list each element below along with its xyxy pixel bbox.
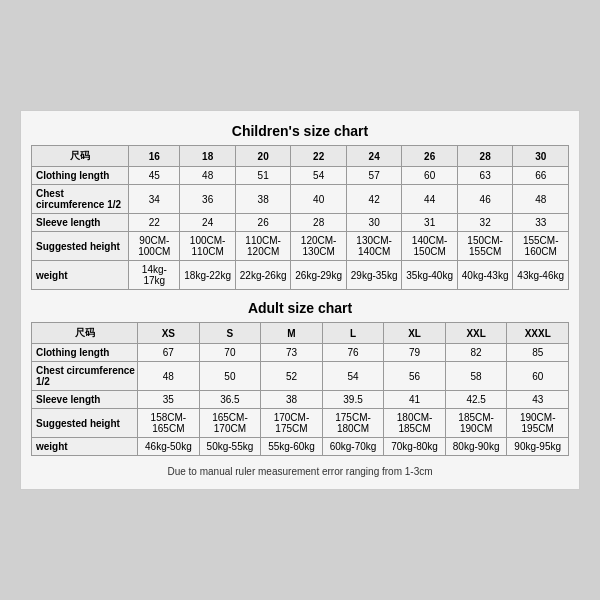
cell-4-0: 14kg-17kg [129, 261, 180, 290]
column-header-0: 尺码 [32, 323, 138, 344]
cell-2-2: 26 [235, 214, 291, 232]
column-header-5: XL [384, 323, 446, 344]
cell-3-3: 175CM-180CM [322, 409, 384, 438]
cell-0-5: 60 [402, 167, 458, 185]
cell-1-2: 52 [261, 362, 323, 391]
table-row: Clothing length4548515457606366 [32, 167, 569, 185]
cell-0-2: 51 [235, 167, 291, 185]
size-chart-card: Children's size chart 尺码1618202224262830… [20, 110, 580, 490]
children-chart-title: Children's size chart [31, 123, 569, 139]
measurement-note: Due to manual ruler measurement error ra… [31, 466, 569, 477]
cell-0-0: 67 [138, 344, 200, 362]
cell-2-5: 31 [402, 214, 458, 232]
adult-size-table: 尺码XSSMLXLXXLXXXL Clothing length67707376… [31, 322, 569, 456]
row-label-1: Chest circumference 1/2 [32, 185, 129, 214]
table-row: Suggested height90CM-100CM100CM-110CM110… [32, 232, 569, 261]
column-header-2: 18 [180, 146, 236, 167]
cell-3-4: 130CM-140CM [346, 232, 402, 261]
cell-0-4: 79 [384, 344, 446, 362]
cell-1-4: 56 [384, 362, 446, 391]
cell-4-1: 18kg-22kg [180, 261, 236, 290]
cell-1-3: 40 [291, 185, 347, 214]
cell-4-6: 90kg-95kg [507, 438, 569, 456]
cell-3-0: 158CM-165CM [138, 409, 200, 438]
cell-3-5: 185CM-190CM [445, 409, 507, 438]
cell-0-2: 73 [261, 344, 323, 362]
row-label-2: Sleeve length [32, 391, 138, 409]
cell-3-3: 120CM-130CM [291, 232, 347, 261]
cell-4-7: 43kg-46kg [513, 261, 569, 290]
row-label-2: Sleeve length [32, 214, 129, 232]
column-header-5: 24 [346, 146, 402, 167]
children-size-table: 尺码1618202224262830 Clothing length454851… [31, 145, 569, 290]
row-label-3: Suggested height [32, 232, 129, 261]
cell-3-4: 180CM-185CM [384, 409, 446, 438]
cell-1-7: 48 [513, 185, 569, 214]
cell-2-0: 35 [138, 391, 200, 409]
table-row: Sleeve length3536.53839.54142.543 [32, 391, 569, 409]
cell-2-3: 28 [291, 214, 347, 232]
table-row: Chest circumference 1/248505254565860 [32, 362, 569, 391]
cell-0-7: 66 [513, 167, 569, 185]
column-header-8: 30 [513, 146, 569, 167]
row-label-4: weight [32, 438, 138, 456]
cell-3-6: 190CM-195CM [507, 409, 569, 438]
column-header-2: S [199, 323, 261, 344]
cell-1-5: 44 [402, 185, 458, 214]
cell-3-1: 100CM-110CM [180, 232, 236, 261]
cell-1-0: 34 [129, 185, 180, 214]
table-row: weight46kg-50kg50kg-55kg55kg-60kg60kg-70… [32, 438, 569, 456]
column-header-7: XXXL [507, 323, 569, 344]
table-row: Suggested height158CM-165CM165CM-170CM17… [32, 409, 569, 438]
cell-1-1: 50 [199, 362, 261, 391]
cell-3-1: 165CM-170CM [199, 409, 261, 438]
cell-1-2: 38 [235, 185, 291, 214]
column-header-4: L [322, 323, 384, 344]
cell-2-0: 22 [129, 214, 180, 232]
cell-3-6: 150CM-155CM [457, 232, 513, 261]
table-row: weight14kg-17kg18kg-22kg22kg-26kg26kg-29… [32, 261, 569, 290]
adult-chart-title: Adult size chart [31, 300, 569, 316]
table-row: Clothing length67707376798285 [32, 344, 569, 362]
cell-2-4: 30 [346, 214, 402, 232]
table-row: Sleeve length2224262830313233 [32, 214, 569, 232]
cell-0-1: 70 [199, 344, 261, 362]
cell-2-3: 39.5 [322, 391, 384, 409]
cell-4-5: 35kg-40kg [402, 261, 458, 290]
row-label-0: Clothing length [32, 167, 129, 185]
cell-2-7: 33 [513, 214, 569, 232]
cell-1-0: 48 [138, 362, 200, 391]
cell-0-0: 45 [129, 167, 180, 185]
table-row: Chest circumference 1/23436384042444648 [32, 185, 569, 214]
column-header-3: M [261, 323, 323, 344]
column-header-0: 尺码 [32, 146, 129, 167]
cell-3-7: 155CM-160CM [513, 232, 569, 261]
column-header-7: 28 [457, 146, 513, 167]
cell-4-3: 60kg-70kg [322, 438, 384, 456]
cell-0-3: 76 [322, 344, 384, 362]
row-label-3: Suggested height [32, 409, 138, 438]
column-header-1: 16 [129, 146, 180, 167]
cell-1-4: 42 [346, 185, 402, 214]
cell-0-3: 54 [291, 167, 347, 185]
cell-4-2: 55kg-60kg [261, 438, 323, 456]
cell-4-4: 70kg-80kg [384, 438, 446, 456]
cell-2-4: 41 [384, 391, 446, 409]
cell-4-5: 80kg-90kg [445, 438, 507, 456]
cell-4-1: 50kg-55kg [199, 438, 261, 456]
cell-0-4: 57 [346, 167, 402, 185]
row-label-1: Chest circumference 1/2 [32, 362, 138, 391]
cell-1-6: 60 [507, 362, 569, 391]
cell-2-6: 43 [507, 391, 569, 409]
column-header-3: 20 [235, 146, 291, 167]
cell-3-2: 110CM-120CM [235, 232, 291, 261]
cell-4-0: 46kg-50kg [138, 438, 200, 456]
cell-1-6: 46 [457, 185, 513, 214]
column-header-6: XXL [445, 323, 507, 344]
cell-1-3: 54 [322, 362, 384, 391]
cell-0-5: 82 [445, 344, 507, 362]
column-header-4: 22 [291, 146, 347, 167]
row-label-4: weight [32, 261, 129, 290]
cell-2-1: 24 [180, 214, 236, 232]
cell-4-3: 26kg-29kg [291, 261, 347, 290]
